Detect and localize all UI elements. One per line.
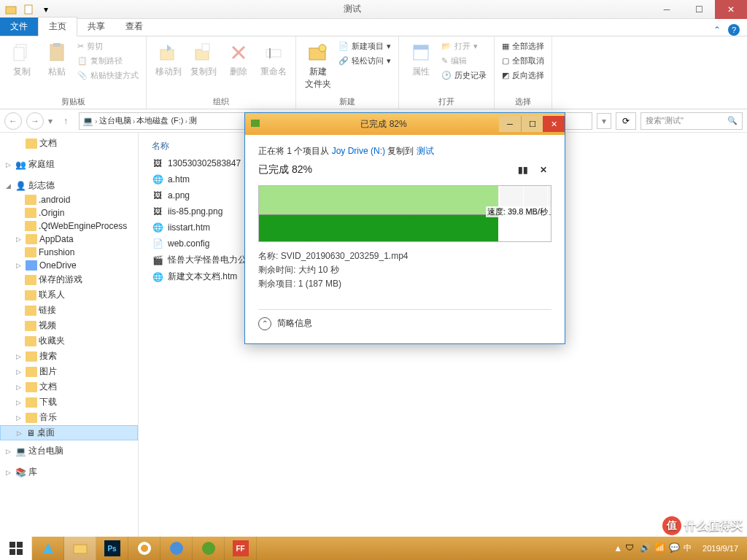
refresh-button[interactable]: ⟳	[616, 112, 636, 130]
tab-share[interactable]: 共享	[77, 18, 115, 36]
video-icon: 🎬	[152, 254, 163, 266]
tray-up-icon[interactable]: ▲	[614, 543, 622, 553]
tray-icon[interactable]: 📶	[654, 542, 666, 554]
select-none-button[interactable]: ▢全部取消	[500, 54, 546, 68]
source-link[interactable]: Joy Drive (N:)	[332, 146, 385, 156]
copy-to-button[interactable]: 复制到	[187, 39, 220, 78]
dialog-titlebar[interactable]: 已完成 82% ─ ☐ ✕	[245, 113, 565, 135]
tree-item[interactable]: ▷图片	[0, 364, 138, 379]
tree-item[interactable]: ▷OneDrive	[0, 259, 138, 272]
tray-icon[interactable]: 🔊	[640, 542, 651, 554]
tree-item[interactable]: ▷📚库	[0, 464, 138, 480]
new-folder-button[interactable]: 新建 文件夹	[302, 39, 334, 90]
easy-access-icon: 🔗	[338, 56, 349, 66]
tree-item[interactable]: ▷文档	[0, 379, 138, 394]
minimize-button[interactable]: ─	[651, 0, 683, 19]
select-none-icon: ▢	[502, 56, 509, 66]
scissors-icon: ✂	[77, 42, 84, 51]
invert-icon: ◩	[502, 71, 509, 80]
history-button[interactable]: 🕑历史记录	[440, 69, 488, 82]
open-icon: 📂	[441, 42, 452, 51]
tree-item[interactable]: 视频	[0, 318, 138, 333]
tree-item[interactable]: 保存的游戏	[0, 272, 138, 287]
close-button[interactable]: ✕	[715, 0, 747, 19]
dialog-minimize-button[interactable]: ─	[499, 116, 521, 132]
taskbar-app4[interactable]: FF	[225, 537, 257, 560]
html-icon: 🌐	[152, 174, 163, 185]
taskbar-app[interactable]	[32, 537, 64, 560]
select-all-icon: ▦	[502, 42, 509, 51]
ribbon-collapse-icon[interactable]: ⌃	[713, 25, 721, 35]
easy-access-button[interactable]: 🔗轻松访问 ▾	[337, 54, 392, 68]
svg-rect-17	[17, 542, 23, 548]
pause-button[interactable]: ▮▮	[515, 162, 531, 178]
tray-icon[interactable]: 🛡	[625, 542, 637, 554]
select-all-button[interactable]: ▦全部选择	[500, 39, 546, 53]
tree-item[interactable]: .android	[0, 193, 138, 206]
maximize-button[interactable]: ☐	[683, 0, 715, 19]
copy-button[interactable]: 复制	[6, 39, 38, 78]
search-input[interactable]: 搜索"测试"🔍	[640, 112, 743, 130]
breadcrumb-dropdown-icon[interactable]: ▾	[597, 113, 611, 129]
tree-item[interactable]: 链接	[0, 303, 138, 318]
help-icon[interactable]: ?	[728, 24, 740, 36]
forward-button[interactable]: →	[26, 112, 44, 130]
tree-item[interactable]: ▷💻这台电脑	[0, 443, 138, 459]
taskbar-app3[interactable]	[193, 537, 225, 560]
rename-button[interactable]: 重命名	[258, 39, 290, 78]
qat-new-icon[interactable]	[20, 1, 36, 18]
tray-icon[interactable]: 💬	[669, 542, 681, 554]
tree-item-selected[interactable]: ▷🖥桌面	[0, 425, 138, 440]
qat-dropdown-icon[interactable]: ▾	[38, 1, 54, 18]
start-button[interactable]	[0, 537, 32, 560]
tree-item[interactable]: 文档	[0, 136, 138, 151]
invert-selection-button[interactable]: ◩反向选择	[500, 69, 546, 82]
image-icon: 🖼	[152, 190, 163, 201]
tree-item[interactable]: .Origin	[0, 206, 138, 219]
cut-button[interactable]: ✂剪切	[76, 39, 140, 53]
dialog-close-button[interactable]: ✕	[543, 116, 565, 132]
progress-text: 已完成 82%	[258, 163, 511, 176]
cancel-button[interactable]: ✕	[535, 162, 551, 178]
ribbon-group-clipboard: 复制 粘贴 ✂剪切 📋复制路径 📎粘贴快捷方式 剪贴板	[0, 36, 147, 109]
tree-item[interactable]: 联系人	[0, 287, 138, 303]
tab-home[interactable]: 主页	[38, 17, 77, 36]
fewer-details-button[interactable]: ⌃ 简略信息	[258, 309, 551, 330]
move-to-button[interactable]: 移动到	[152, 39, 185, 78]
tree-item[interactable]: 收藏夹	[0, 333, 138, 349]
recent-dropdown-icon[interactable]: ▾	[48, 116, 53, 126]
open-button[interactable]: 📂打开 ▾	[440, 39, 488, 53]
edit-button[interactable]: ✎编辑	[440, 54, 488, 68]
taskbar-photoshop[interactable]: Ps	[96, 537, 128, 560]
copy-path-button[interactable]: 📋复制路径	[76, 54, 140, 68]
tree-item[interactable]: ◢👤彭志德	[0, 178, 138, 193]
tab-view[interactable]: 查看	[115, 18, 153, 36]
paste-shortcut-button[interactable]: 📎粘贴快捷方式	[76, 69, 140, 82]
search-icon: 🔍	[727, 116, 738, 125]
tree-item[interactable]: ▷下载	[0, 394, 138, 410]
dest-link[interactable]: 测试	[417, 146, 434, 156]
svg-point-23	[170, 542, 183, 555]
tree-item[interactable]: ▷👥家庭组	[0, 157, 138, 172]
nav-tree[interactable]: 文档 ▷👥家庭组 ◢👤彭志德 .android .Origin .QtWebEn…	[0, 133, 139, 544]
back-button[interactable]: ←	[4, 112, 22, 130]
paste-button[interactable]: 粘贴	[41, 39, 73, 78]
new-item-button[interactable]: 📄新建项目 ▾	[337, 39, 392, 53]
tab-file[interactable]: 文件	[0, 18, 38, 36]
tree-item[interactable]: ▷音乐	[0, 410, 138, 425]
speed-chart: 速度: 39.8 MB/秒	[258, 185, 551, 242]
tree-item[interactable]: ▷AppData	[0, 233, 138, 246]
tree-item[interactable]: Funshion	[0, 246, 138, 259]
dialog-maximize-button[interactable]: ☐	[521, 116, 543, 132]
taskbar-browser[interactable]	[128, 537, 160, 560]
properties-button[interactable]: 属性	[405, 39, 437, 78]
tray-ime-icon[interactable]: 中	[684, 542, 695, 554]
taskbar-app2[interactable]	[160, 537, 193, 560]
up-button[interactable]: ↑	[57, 112, 74, 130]
taskbar-explorer[interactable]	[64, 537, 96, 560]
tree-item[interactable]: ▷搜索	[0, 349, 138, 364]
taskbar-clock[interactable]: 2019/9/17	[698, 544, 743, 553]
qat-folder-icon[interactable]	[3, 1, 19, 18]
delete-button[interactable]: 删除	[222, 39, 255, 78]
tree-item[interactable]: .QtWebEngineProcess	[0, 219, 138, 233]
